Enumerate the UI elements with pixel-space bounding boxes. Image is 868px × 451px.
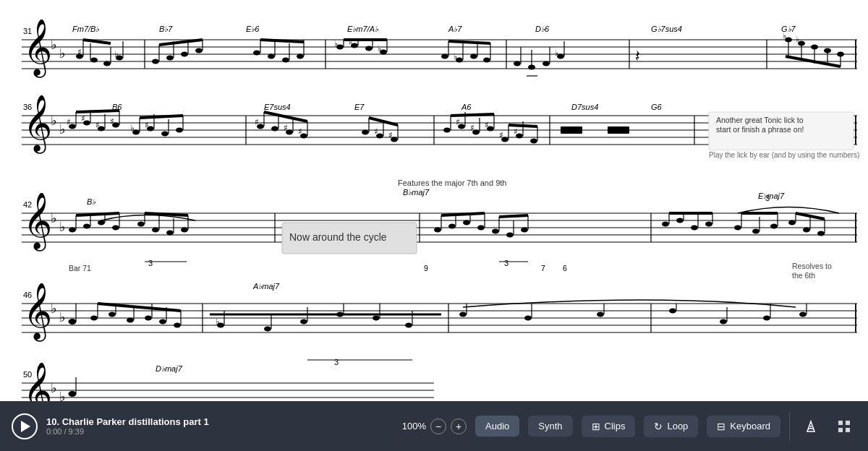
- key-sig-r3-flat1: ♭: [51, 211, 56, 226]
- note: [470, 54, 477, 59]
- flat: ♭: [130, 123, 135, 133]
- annotation-text-r2-1: Another great Tonic lick to: [716, 116, 804, 124]
- note: [336, 312, 344, 317]
- metronome-button[interactable]: [799, 414, 823, 439]
- key-sig-r3-flat2: ♭: [59, 220, 65, 234]
- note: [69, 391, 77, 397]
- triplet-marker-ebmaj7: 3: [765, 194, 770, 202]
- note: [542, 61, 550, 66]
- track-title: Charlie Parker distillations part 1: [62, 416, 209, 427]
- note: [176, 128, 183, 133]
- key-sig-r4-flat1: ♭: [51, 301, 56, 316]
- note: [770, 224, 778, 229]
- zoom-plus-button[interactable]: +: [451, 418, 467, 434]
- beam: [76, 111, 119, 112]
- chord-e7sus4: E7sus4: [264, 103, 291, 111]
- sharp: ♯: [470, 123, 475, 133]
- zoom-minus-button[interactable]: −: [430, 418, 446, 434]
- key-sig-r5-flat2: ♭: [59, 390, 65, 401]
- note: [90, 58, 98, 63]
- half-rest: [608, 126, 629, 134]
- note: [152, 59, 159, 64]
- now-around-text: Now around the cycle: [289, 231, 387, 243]
- key-sig-r1-flat1: ♭: [51, 38, 56, 52]
- time-current: 0:00: [46, 427, 61, 436]
- annotation-text-r2-2: start or finish a phrase on!: [716, 125, 804, 134]
- flat: ♭: [796, 35, 799, 43]
- beam: [83, 40, 111, 43]
- chord-bb7: B♭7: [159, 25, 173, 33]
- note: [137, 222, 145, 227]
- clips-icon: ⊞: [592, 421, 600, 432]
- grid-button[interactable]: [832, 414, 856, 439]
- note: [90, 316, 98, 321]
- note: [443, 128, 451, 133]
- note: [477, 226, 485, 231]
- loop-button[interactable]: ↻ Loop: [644, 416, 698, 437]
- scale-num-9: 9: [424, 264, 428, 272]
- zoom-controls: 100% − +: [402, 418, 467, 434]
- track-time: 0:00 / 9:39: [46, 427, 209, 436]
- track-number: 10.: [46, 416, 59, 427]
- note: [365, 46, 373, 51]
- beam: [98, 304, 181, 311]
- play-button[interactable]: [12, 413, 38, 439]
- key-sig-r2-flat1: ♭: [51, 113, 56, 128]
- beam: [264, 112, 307, 121]
- note: [752, 229, 760, 234]
- note: [103, 61, 111, 66]
- clips-label: Clips: [605, 421, 626, 431]
- chord-bb-r3: B♭: [87, 197, 96, 206]
- note: [69, 319, 77, 325]
- chord-d7sus4: D7sus4: [571, 103, 598, 111]
- keyboard-button[interactable]: ⊟ Keyboard: [707, 416, 780, 437]
- sharp: ♯: [284, 123, 288, 133]
- resolves-text-1: Resolves to: [792, 262, 832, 270]
- svg-rect-27: [838, 421, 843, 425]
- clips-button[interactable]: ⊞ Clips: [582, 416, 636, 437]
- svg-rect-29: [838, 428, 843, 432]
- metronome-icon: [803, 418, 819, 434]
- note: [530, 139, 537, 144]
- beam: [451, 114, 494, 116]
- synth-button[interactable]: Synth: [528, 416, 572, 437]
- zoom-level: 100%: [402, 421, 426, 431]
- divider: [789, 412, 790, 441]
- note: [524, 316, 532, 321]
- resolves-text-2: the 6th: [792, 271, 815, 280]
- chord-g6: G6: [651, 103, 663, 111]
- flat: ♭: [454, 52, 457, 61]
- track-info: 10. Charlie Parker distillations part 1 …: [46, 416, 209, 436]
- sharp: ♯: [388, 130, 393, 140]
- note: [763, 316, 770, 321]
- sharp: ♯: [514, 126, 518, 137]
- note: [521, 228, 528, 233]
- scale-num-7: 7: [541, 264, 545, 272]
- note: [152, 228, 159, 233]
- key-sig-r2-flat2: ♭: [59, 122, 65, 137]
- chord-abmaj7: A♭maj7: [252, 282, 280, 291]
- staff-row1: [22, 40, 857, 69]
- player-bar: 10. Charlie Parker distillations part 1 …: [0, 401, 868, 451]
- scale-num-6: 6: [563, 264, 567, 272]
- note: [253, 51, 260, 56]
- flat: ♭: [378, 44, 381, 53]
- beam: [448, 41, 490, 43]
- sheet-music-area: 𝄞 ♭ ♭ 31 Fm7/B♭ B♭7 E♭6 E♭m7/A♭ A♭7 D♭6 …: [0, 0, 868, 401]
- beam: [499, 215, 528, 217]
- bar-num-36: 36: [23, 103, 32, 111]
- note: [271, 126, 278, 132]
- flat: ♭: [114, 49, 119, 59]
- note: [676, 218, 684, 223]
- rest: 𝄽: [636, 51, 639, 61]
- chord-ab7: A♭7: [448, 25, 462, 33]
- chord-bbmaj7: B♭maj7: [403, 188, 430, 197]
- flat: ♭: [334, 39, 338, 48]
- triplet-marker-r3b: 3: [504, 259, 509, 267]
- annotation-text-r2-3: Play the lick by ear (and by using the n…: [709, 151, 859, 159]
- triplet-marker-r4: 3: [334, 358, 339, 366]
- svg-point-26: [810, 425, 812, 426]
- bar-num-42: 42: [23, 200, 32, 209]
- audio-button[interactable]: Audio: [475, 416, 519, 437]
- note: [297, 54, 304, 59]
